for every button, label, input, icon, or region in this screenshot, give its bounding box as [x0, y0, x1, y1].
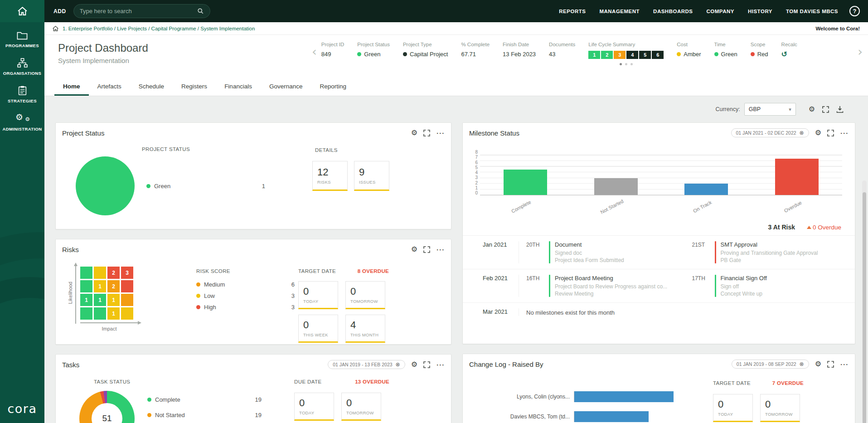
- tab-artefacts[interactable]: Artefacts: [89, 78, 130, 96]
- lifecycle-stage[interactable]: 1: [588, 51, 600, 59]
- card-more-icon[interactable]: ⋯: [436, 245, 445, 254]
- card-settings-icon[interactable]: ⚙: [411, 361, 417, 368]
- risk-matrix-cell[interactable]: 1: [94, 280, 106, 292]
- download-icon[interactable]: [836, 106, 844, 113]
- risk-matrix-cell[interactable]: [121, 307, 133, 320]
- card-expand-icon[interactable]: [423, 130, 430, 136]
- milestone-entry[interactable]: 20TH Document Signed doc Project Idea Fo…: [526, 241, 681, 263]
- date-filter-badge[interactable]: 01 JAN 2021 - 02 DEC 2022 ⊗: [731, 128, 809, 137]
- card-more-icon[interactable]: ⋯: [840, 129, 849, 137]
- search-icon[interactable]: [197, 8, 204, 15]
- at-risk-count[interactable]: 3 At Risk: [768, 224, 795, 231]
- risk-matrix-cell[interactable]: [80, 267, 92, 279]
- carousel-dot[interactable]: [630, 63, 633, 65]
- home-button[interactable]: [0, 0, 44, 22]
- legend-item[interactable]: Not Started 19: [147, 412, 265, 418]
- milestone-bar[interactable]: [504, 170, 547, 195]
- milestone-entry[interactable]: 21ST SMT Approval Proving and Transition…: [692, 241, 847, 263]
- sidebar-item-administration[interactable]: ⚙⚙ ADMINISTRATION: [0, 113, 44, 131]
- fullscreen-icon[interactable]: [822, 106, 829, 113]
- nav-company[interactable]: COMPANY: [700, 9, 741, 14]
- tab-reporting[interactable]: Reporting: [311, 78, 355, 96]
- card-more-icon[interactable]: ⋯: [436, 360, 445, 369]
- legend-item[interactable]: Low 3: [196, 292, 298, 299]
- legend-item[interactable]: Medium 6: [196, 281, 298, 288]
- milestone-entry[interactable]: 16TH Project Board Meeting Project Board…: [526, 275, 681, 297]
- dashboard-settings-icon[interactable]: ⚙: [809, 106, 815, 113]
- search-input[interactable]: [80, 8, 197, 15]
- carousel-dot[interactable]: [620, 63, 622, 65]
- risk-matrix-cell[interactable]: [94, 267, 106, 279]
- stat-risks[interactable]: 12 RISKS: [312, 161, 348, 191]
- tab-governance[interactable]: Governance: [261, 78, 311, 96]
- sidebar-item-programmes[interactable]: PROGRAMMES: [0, 31, 44, 48]
- date-filter-badge[interactable]: 01 JAN 2019 - 08 SEP 2022 ⊗: [732, 360, 809, 369]
- lifecycle-stage[interactable]: 5: [639, 51, 651, 59]
- remove-filter-icon[interactable]: ⊗: [800, 130, 804, 136]
- stat-this-month[interactable]: 4 THIS MONTH: [345, 315, 385, 343]
- card-settings-icon[interactable]: ⚙: [411, 129, 417, 136]
- user-menu[interactable]: TOM DAVIES MBCS: [779, 9, 845, 14]
- lifecycle-stage[interactable]: 3: [614, 51, 626, 59]
- header-scroll-left-icon[interactable]: ‹: [312, 42, 321, 58]
- stat-tomorrow[interactable]: 0 TOMORROW: [345, 281, 385, 309]
- header-scroll-right-icon[interactable]: ›: [858, 42, 864, 58]
- milestone-bar[interactable]: [775, 159, 819, 195]
- risk-matrix-cell[interactable]: [94, 307, 106, 320]
- card-settings-icon[interactable]: ⚙: [815, 129, 821, 136]
- nav-history[interactable]: HISTORY: [741, 9, 779, 14]
- lifecycle-stage[interactable]: 4: [626, 51, 638, 59]
- global-search[interactable]: [73, 4, 210, 18]
- legend-item[interactable]: High 3: [196, 304, 298, 311]
- card-settings-icon[interactable]: ⚙: [411, 246, 417, 253]
- risk-matrix-cell[interactable]: 2: [107, 280, 120, 292]
- overdue-badge[interactable]: 7 OVERDUE: [772, 380, 804, 386]
- task-status-donut[interactable]: 51: [79, 391, 135, 423]
- stat-today[interactable]: 0 TODAY: [294, 393, 334, 421]
- risk-matrix-cell[interactable]: 1: [107, 307, 120, 320]
- date-filter-badge[interactable]: 01 JAN 2019 - 13 FEB 2023 ⊗: [328, 360, 405, 369]
- tab-home[interactable]: Home: [54, 78, 89, 96]
- tab-financials[interactable]: Financials: [216, 78, 261, 96]
- nav-reports[interactable]: REPORTS: [552, 9, 592, 14]
- carousel-dot[interactable]: [625, 63, 627, 65]
- card-more-icon[interactable]: ⋯: [840, 360, 849, 369]
- risk-matrix-cell[interactable]: 2: [107, 267, 120, 279]
- risk-matrix-cell[interactable]: [80, 307, 92, 320]
- stat-this-week[interactable]: 0 THIS WEEK: [298, 315, 338, 343]
- scrollbar-thumb[interactable]: [863, 192, 866, 423]
- legend-item[interactable]: Green 1: [135, 183, 267, 190]
- milestone-bar[interactable]: [594, 178, 638, 195]
- changelog-bar[interactable]: [574, 411, 649, 422]
- risk-matrix-cell[interactable]: [121, 280, 133, 292]
- project-status-pie[interactable]: [76, 156, 135, 215]
- sidebar-item-strategies[interactable]: STRATEGIES: [0, 86, 44, 103]
- legend-item[interactable]: Complete 19: [147, 396, 265, 403]
- lifecycle-stage[interactable]: 2: [601, 51, 613, 59]
- card-settings-icon[interactable]: ⚙: [815, 360, 821, 368]
- card-expand-icon[interactable]: [827, 130, 834, 136]
- overdue-badge[interactable]: 8 OVERDUE: [358, 268, 389, 274]
- stat-tomorrow[interactable]: 0 TOMORROW: [760, 394, 800, 422]
- stat-tomorrow[interactable]: 0 TOMORROW: [341, 393, 381, 421]
- risk-matrix-cell[interactable]: [121, 294, 133, 306]
- risk-matrix-cell[interactable]: [80, 280, 92, 292]
- tab-registers[interactable]: Registers: [173, 78, 216, 96]
- milestone-entry[interactable]: 17TH Financial Sign Off Sign off Concept…: [692, 275, 847, 297]
- breadcrumb[interactable]: 1. Enterprise Portfolio / Live Projects …: [63, 26, 255, 31]
- risk-matrix-cell[interactable]: 1: [107, 294, 120, 306]
- home-small-icon[interactable]: [53, 26, 58, 31]
- lifecycle-stage[interactable]: 6: [652, 51, 664, 59]
- currency-select[interactable]: GBP ▾: [744, 103, 796, 116]
- stat-issues[interactable]: 9 ISSUES: [354, 161, 389, 191]
- card-expand-icon[interactable]: [827, 361, 834, 368]
- sidebar-item-organisations[interactable]: ORGANISATIONS: [0, 58, 44, 76]
- remove-filter-icon[interactable]: ⊗: [800, 361, 804, 367]
- help-icon[interactable]: ?: [849, 6, 860, 16]
- changelog-bar[interactable]: [574, 391, 674, 402]
- risk-matrix-cell[interactable]: 1: [94, 294, 106, 306]
- recalc-refresh-icon[interactable]: ↺: [781, 51, 787, 58]
- tab-schedule[interactable]: Schedule: [130, 78, 173, 96]
- stat-today[interactable]: 0 TODAY: [713, 394, 753, 422]
- overdue-badge[interactable]: 13 OVERDUE: [355, 379, 389, 384]
